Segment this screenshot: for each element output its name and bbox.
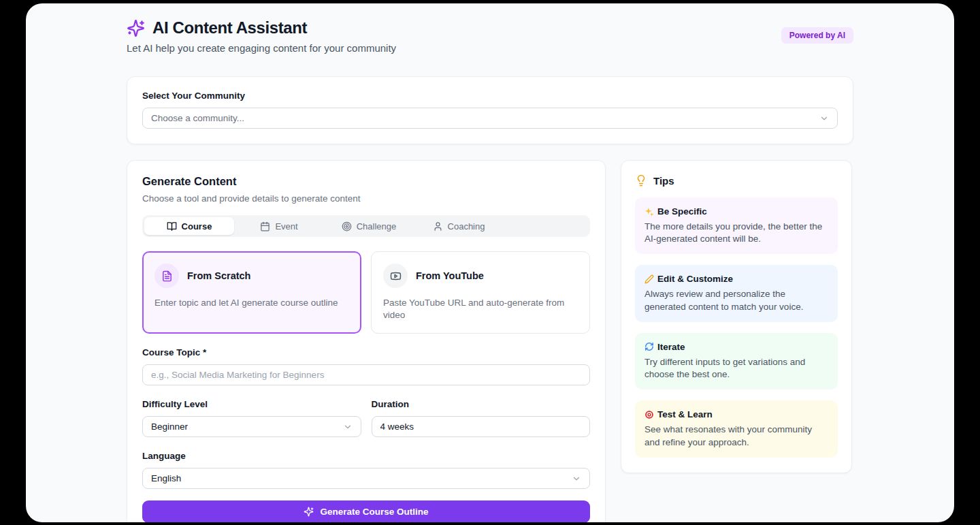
mode-title: From YouTube: [416, 270, 484, 281]
tab-course[interactable]: Course: [144, 217, 234, 235]
file-text-icon-wrap: [154, 264, 179, 288]
language-select[interactable]: English: [142, 468, 590, 489]
duration-label: Duration: [372, 399, 591, 409]
community-select-placeholder: Choose a community...: [151, 113, 244, 123]
generate-content-card: Generate Content Choose a tool and provi…: [127, 160, 606, 522]
user-icon: [433, 221, 443, 232]
tip-text: Try different inputs to get variations a…: [644, 356, 828, 381]
lightbulb-icon: [635, 174, 647, 187]
tip-iterate: Iterate Try different inputs to get vari…: [635, 333, 838, 389]
source-mode-options: From Scratch Enter topic and let AI gene…: [142, 251, 590, 334]
difficulty-label: Difficulty Level: [142, 399, 361, 409]
tips-card: Tips Be Specific The more details you pr…: [621, 160, 852, 473]
tips-title: Tips: [653, 175, 674, 187]
sparkles-icon: [127, 19, 145, 37]
page-header: AI Content Assistant Let AI help you cre…: [127, 18, 853, 54]
mode-from-scratch[interactable]: From Scratch Enter topic and let AI gene…: [142, 251, 361, 334]
cycle-emoji-icon: [644, 342, 654, 351]
tab-label: Coaching: [448, 221, 485, 232]
chevron-down-icon: [572, 474, 581, 483]
tip-title: Iterate: [644, 342, 828, 352]
generator-title: Generate Content: [142, 175, 590, 188]
powered-by-ai-badge: Powered by AI: [781, 27, 853, 44]
language-label: Language: [142, 451, 590, 461]
mode-description: Enter topic and let AI generate course o…: [154, 297, 349, 309]
page-title: AI Content Assistant: [152, 18, 307, 37]
target-emoji-icon: [644, 410, 654, 419]
tip-title: Edit & Customize: [644, 274, 828, 284]
community-card: Select Your Community Choose a community…: [127, 76, 853, 144]
submit-label: Generate Course Outline: [320, 507, 428, 517]
generate-course-outline-button[interactable]: Generate Course Outline: [142, 500, 590, 522]
tip-text: Always review and personalize the genera…: [644, 288, 828, 313]
sparkles-emoji-icon: [644, 207, 654, 217]
difficulty-value: Beginner: [151, 421, 188, 432]
page-content: AI Content Assistant Let AI help you cre…: [127, 3, 853, 522]
duration-input[interactable]: [372, 416, 591, 437]
community-select[interactable]: Choose a community...: [142, 108, 838, 129]
mode-description: Paste YouTube URL and auto-generate from…: [383, 297, 578, 321]
youtube-icon: [390, 270, 402, 282]
difficulty-select[interactable]: Beginner: [142, 416, 361, 437]
tab-label: Challenge: [357, 221, 397, 232]
chevron-down-icon: [819, 114, 829, 123]
tip-be-specific: Be Specific The more details you provide…: [635, 197, 838, 254]
tab-event[interactable]: Event: [234, 217, 324, 235]
tip-text: The more details you provide, the better…: [644, 221, 828, 245]
tab-challenge[interactable]: Challenge: [324, 217, 414, 235]
header-left: AI Content Assistant Let AI help you cre…: [127, 18, 396, 54]
tip-edit-customize: Edit & Customize Always review and perso…: [635, 265, 838, 321]
tip-test-learn: Test & Learn See what resonates with you…: [635, 400, 838, 457]
app-panel: AI Content Assistant Let AI help you cre…: [26, 3, 954, 522]
tab-coaching[interactable]: Coaching: [414, 217, 504, 235]
target-icon: [342, 221, 352, 232]
content-type-tabs: Course Event Challenge Coaching: [142, 215, 590, 237]
community-label: Select Your Community: [142, 91, 838, 101]
pencil-emoji-icon: [644, 274, 654, 284]
sparkles-icon: [304, 507, 314, 517]
tip-title: Test & Learn: [644, 409, 828, 419]
youtube-icon-wrap: [383, 264, 408, 288]
book-open-icon: [167, 221, 177, 232]
course-topic-input[interactable]: [142, 364, 590, 385]
calendar-icon: [260, 221, 270, 232]
tip-text: See what resonates with your community a…: [644, 424, 828, 448]
tab-label: Course: [182, 221, 212, 232]
page-subtitle: Let AI help you create engaging content …: [127, 42, 396, 54]
file-text-icon: [161, 270, 173, 282]
chevron-down-icon: [343, 422, 353, 432]
language-value: English: [151, 473, 181, 483]
tab-label: Event: [275, 221, 297, 232]
tip-title: Be Specific: [644, 206, 828, 217]
course-topic-label: Course Topic *: [142, 347, 590, 357]
mode-from-youtube[interactable]: From YouTube Paste YouTube URL and auto-…: [371, 251, 590, 334]
generator-subtitle: Choose a tool and provide details to gen…: [142, 193, 590, 204]
mode-title: From Scratch: [187, 270, 250, 281]
